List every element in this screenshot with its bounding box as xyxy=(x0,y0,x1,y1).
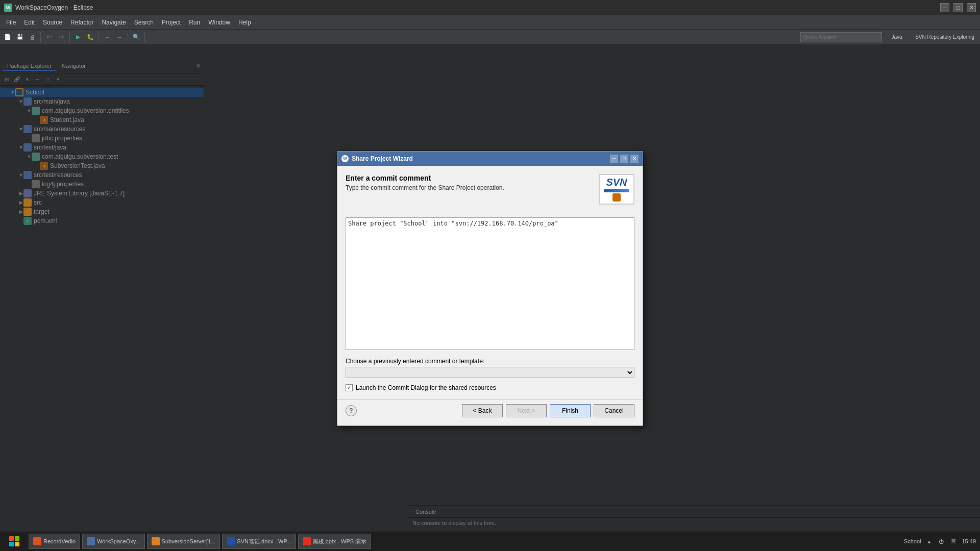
dialog-title: Share Project Wizard xyxy=(352,155,610,162)
toolbar-print[interactable]: 🖨 xyxy=(27,32,38,43)
dialog-controls: ─ □ ✕ xyxy=(610,155,639,163)
dialog-maximize-btn[interactable]: □ xyxy=(620,155,628,163)
dialog-divider xyxy=(346,213,634,213)
dialog-header-section: Enter a commit comment Type the commit c… xyxy=(346,174,634,205)
template-label: Choose a previously entered comment or t… xyxy=(346,358,634,365)
dialog-titlebar: W Share Project Wizard ─ □ ✕ xyxy=(337,152,643,166)
dialog-header-subtitle: Type the commit comment for the Share Pr… xyxy=(346,184,599,191)
systray-lang[interactable]: 英 xyxy=(949,537,958,545)
menu-window[interactable]: Window xyxy=(204,15,234,30)
systray-power-icon: ⏻ xyxy=(937,537,945,545)
toolbar-search[interactable]: 🔍 xyxy=(131,32,142,43)
toolbar-save[interactable]: 💾 xyxy=(14,32,26,43)
menu-edit[interactable]: Edit xyxy=(20,15,39,30)
minimize-button[interactable]: ─ xyxy=(940,3,949,12)
dialog-overlay: W Share Project Wizard ─ □ ✕ Enter a com… xyxy=(0,45,980,532)
svn-logo-bar xyxy=(604,189,629,192)
status-right: School ▲ ⏻ 英 15:49 xyxy=(904,537,976,545)
app-icon: W xyxy=(4,4,12,12)
win-quad-2 xyxy=(15,536,19,541)
template-select[interactable] xyxy=(346,367,634,378)
menu-project[interactable]: Project xyxy=(158,15,185,30)
win-quad-3 xyxy=(9,542,14,546)
share-project-dialog: W Share Project Wizard ─ □ ✕ Enter a com… xyxy=(337,151,643,426)
next-button[interactable]: Next > xyxy=(506,404,547,417)
dialog-header-text: Enter a commit comment Type the commit c… xyxy=(346,174,599,191)
cancel-button[interactable]: Cancel xyxy=(594,404,634,417)
toolbar-svn-perspective[interactable]: SVN Repository Exploring xyxy=(912,32,978,43)
dialog-close-btn[interactable]: ✕ xyxy=(630,155,639,163)
toolbar-undo[interactable]: ↩ xyxy=(43,32,55,43)
window-controls: ─ □ ✕ xyxy=(940,3,976,12)
dialog-btn-group: < Back Next > Finish Cancel xyxy=(361,404,634,417)
checkbox-section: ✓ Launch the Commit Dialog for the share… xyxy=(346,384,634,391)
taskbar-recordvedio[interactable]: RecordVedio xyxy=(29,534,80,549)
close-button[interactable]: ✕ xyxy=(967,3,976,12)
launch-commit-checkbox[interactable]: ✓ xyxy=(346,384,353,391)
finish-button[interactable]: Finish xyxy=(550,404,591,417)
main-toolbar: 📄 💾 🖨 ↩ ↪ ▶ 🐛 ← → 🔍 Java SVN Repository … xyxy=(0,30,980,45)
wpsppt-label: 黑板.pptx - WPS 演示 xyxy=(313,538,367,545)
systray-up-icon[interactable]: ▲ xyxy=(925,537,933,545)
wpsdoc-label: SVN笔记.docx - WP... xyxy=(237,538,291,545)
quick-access-input[interactable] xyxy=(800,32,882,42)
svn-logo-dot xyxy=(612,193,621,202)
toolbar-sep-5 xyxy=(144,32,145,42)
wpsppt-icon xyxy=(303,537,311,545)
menu-bar: File Edit Source Refactor Navigate Searc… xyxy=(0,15,980,30)
toolbar-new[interactable]: 📄 xyxy=(2,32,13,43)
svn-logo-text: SVN xyxy=(606,177,627,188)
commit-textarea-wrapper xyxy=(346,217,634,352)
help-button[interactable]: ? xyxy=(346,405,357,416)
svn-logo: SVN xyxy=(599,174,634,205)
menu-search[interactable]: Search xyxy=(130,15,158,30)
back-button[interactable]: < Back xyxy=(462,404,503,417)
window-title: WorkSpaceOxygen - Eclipse xyxy=(15,4,940,11)
svnserver-icon xyxy=(152,537,160,545)
maximize-button[interactable]: □ xyxy=(953,3,963,12)
menu-source[interactable]: Source xyxy=(39,15,66,30)
status-label: School xyxy=(904,538,921,544)
win-quad-4 xyxy=(15,542,19,546)
recordvedio-label: RecordVedio xyxy=(43,538,76,544)
taskbar-eclipse[interactable]: WorkSpaceOxy... xyxy=(82,534,145,549)
template-section: Choose a previously entered comment or t… xyxy=(346,358,634,378)
menu-file[interactable]: File xyxy=(2,15,20,30)
menu-navigate[interactable]: Navigate xyxy=(97,15,130,30)
status-bar: RecordVedio WorkSpaceOxy... SubversionSe… xyxy=(0,532,980,551)
taskbar-wps-ppt[interactable]: 黑板.pptx - WPS 演示 xyxy=(298,534,372,549)
dialog-minimize-btn[interactable]: ─ xyxy=(610,155,618,163)
toolbar-sep-1 xyxy=(40,32,41,42)
toolbar-java-perspective[interactable]: Java xyxy=(884,32,910,43)
toolbar-sep-3 xyxy=(99,32,99,42)
menu-run[interactable]: Run xyxy=(185,15,204,30)
menu-help[interactable]: Help xyxy=(234,15,255,30)
menu-refactor[interactable]: Refactor xyxy=(66,15,97,30)
toolbar-run[interactable]: ▶ xyxy=(72,32,84,43)
clock: 15:49 xyxy=(962,538,976,544)
windows-logo xyxy=(9,536,19,546)
dialog-icon: W xyxy=(341,155,349,162)
taskbar-wps-doc[interactable]: SVN笔记.docx - WP... xyxy=(222,534,296,549)
toolbar-forward[interactable]: → xyxy=(114,32,125,43)
windows-start-button[interactable] xyxy=(4,532,24,551)
checkbox-label: Launch the Commit Dialog for the shared … xyxy=(356,384,496,391)
eclipse-label: WorkSpaceOxy... xyxy=(97,538,140,544)
taskbar-svnserver[interactable]: SubversionServer[1... xyxy=(147,534,220,549)
quick-access-bar: Java SVN Repository Exploring xyxy=(800,32,978,43)
win-quad-1 xyxy=(9,536,14,541)
wpsdoc-icon xyxy=(227,537,235,545)
dialog-footer: ? < Back Next > Finish Cancel xyxy=(337,399,643,425)
toolbar-debug[interactable]: 🐛 xyxy=(85,32,96,43)
taskbar: RecordVedio WorkSpaceOxy... SubversionSe… xyxy=(29,534,371,549)
toolbar-back[interactable]: ← xyxy=(102,32,113,43)
eclipse-icon xyxy=(87,537,95,545)
dialog-body: Enter a commit comment Type the commit c… xyxy=(337,166,643,399)
toolbar-sep-2 xyxy=(69,32,70,42)
toolbar-sep-4 xyxy=(128,32,128,42)
recordvedio-icon xyxy=(33,537,41,545)
svnserver-label: SubversionServer[1... xyxy=(162,538,216,544)
toolbar-redo[interactable]: ↪ xyxy=(56,32,67,43)
title-bar: W WorkSpaceOxygen - Eclipse ─ □ ✕ xyxy=(0,0,980,15)
commit-comment-textarea[interactable] xyxy=(346,217,634,350)
